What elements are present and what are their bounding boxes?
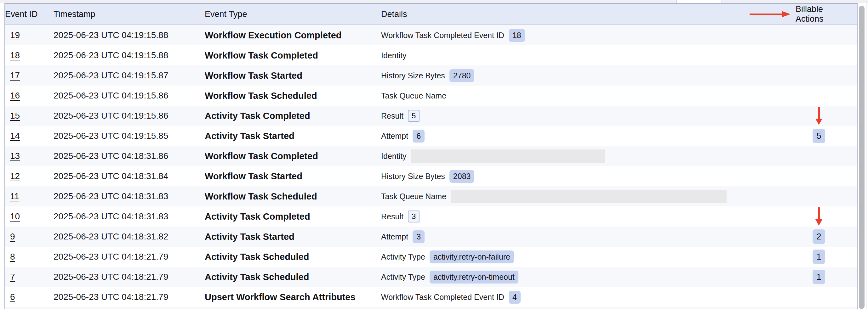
timestamp-cell: 2025-06-23 UTC 04:18:31.83: [54, 211, 205, 221]
detail-value-badge: 2780: [450, 69, 475, 82]
column-header-event-type: Event Type: [205, 9, 381, 19]
detail-value-badge: 5: [408, 110, 420, 122]
table-row: 19 2025-06-23 UTC 04:19:15.88 Workflow E…: [5, 25, 857, 45]
table-row: 6 2025-06-23 UTC 04:18:21.79 Upsert Work…: [5, 287, 857, 307]
billable-count-badge: 1: [812, 249, 825, 264]
table-row: 11 2025-06-23 UTC 04:18:31.83 Workflow T…: [5, 186, 857, 206]
timestamp-cell: 2025-06-23 UTC 04:18:21.79: [54, 292, 205, 302]
event-id-link[interactable]: 16: [10, 91, 20, 101]
event-type-cell: Activity Task Started: [205, 232, 381, 242]
red-down-arrow-icon: [815, 207, 822, 226]
event-type-cell: Workflow Task Scheduled: [205, 191, 381, 202]
details-cell: Attempt 6: [381, 130, 750, 142]
details-cell: Workflow Task Completed Event ID 18: [381, 29, 750, 42]
event-type-cell: Upsert Workflow Search Attributes: [205, 292, 381, 302]
event-type-cell: Activity Task Scheduled: [205, 252, 381, 262]
top-edge-segment: [677, 0, 722, 3]
details-cell: Task Queue Name: [381, 91, 750, 100]
detail-label: Activity Type: [381, 273, 425, 282]
detail-value-badge: 4: [509, 291, 521, 304]
event-id-link[interactable]: 17: [10, 70, 20, 80]
column-header-event-id: Event ID: [5, 9, 54, 19]
event-id-link[interactable]: 18: [10, 50, 20, 60]
billable-actions-label: Billable Actions: [796, 4, 851, 24]
event-type-cell: Workflow Task Started: [205, 70, 381, 81]
billable-actions-cell: [750, 107, 857, 125]
event-id-link[interactable]: 7: [10, 272, 15, 282]
top-edge-segment: [0, 0, 677, 3]
event-id-link[interactable]: 8: [10, 252, 15, 262]
timestamp-cell: 2025-06-23 UTC 04:18:31.82: [54, 232, 205, 242]
detail-label: Identity: [381, 152, 407, 161]
detail-label: Workflow Task Completed Event ID: [381, 31, 504, 40]
table-row: 10 2025-06-23 UTC 04:18:31.83 Activity T…: [5, 206, 857, 227]
detail-label: Result: [381, 111, 403, 121]
detail-value-badge: 3: [412, 230, 425, 243]
billable-count-badge: 5: [812, 129, 825, 143]
event-id-link[interactable]: 11: [10, 191, 19, 201]
event-id-link[interactable]: 14: [10, 131, 20, 141]
billable-actions-cell: 2: [750, 229, 857, 244]
table-row: 18 2025-06-23 UTC 04:19:15.88 Workflow T…: [5, 45, 857, 65]
column-header-details: Details: [381, 9, 750, 19]
billable-actions-cell: 1: [750, 270, 857, 284]
event-id-link[interactable]: 15: [10, 111, 20, 121]
event-id-link[interactable]: 10: [10, 211, 20, 221]
event-type-cell: Workflow Task Completed: [205, 50, 381, 61]
table-body: 19 2025-06-23 UTC 04:19:15.88 Workflow E…: [5, 25, 857, 309]
vertical-scrollbar[interactable]: [859, 6, 865, 309]
detail-label: Workflow Task Completed Event ID: [381, 293, 504, 302]
column-header-billable-actions: Billable Actions: [750, 4, 857, 24]
detail-label: Task Queue Name: [381, 91, 446, 100]
timestamp-cell: 2025-06-23 UTC 04:18:31.83: [54, 191, 205, 201]
partial-next-row: [5, 307, 857, 309]
table-row: 16 2025-06-23 UTC 04:19:15.86 Workflow T…: [5, 85, 857, 106]
timestamp-cell: 2025-06-23 UTC 04:19:15.88: [54, 30, 205, 40]
event-id-link[interactable]: 6: [10, 292, 15, 302]
table-header: Event ID Timestamp Event Type Details Bi…: [5, 4, 857, 25]
scrollbar-track-border: [866, 3, 866, 309]
timestamp-cell: 2025-06-23 UTC 04:19:15.86: [54, 91, 205, 101]
detail-label: History Size Bytes: [381, 71, 445, 80]
event-id-link[interactable]: 13: [10, 151, 20, 161]
detail-label: Task Queue Name: [381, 192, 446, 201]
details-cell: Activity Type activity.retry-on-failure: [381, 250, 750, 263]
timestamp-cell: 2025-06-23 UTC 04:19:15.85: [54, 131, 205, 141]
details-cell: Attempt 3: [381, 230, 750, 243]
redacted-value-box: [411, 149, 605, 163]
event-history-page: Event ID Timestamp Event Type Details Bi…: [0, 0, 868, 309]
table-row: 17 2025-06-23 UTC 04:19:15.87 Workflow T…: [5, 65, 857, 85]
event-id-link[interactable]: 12: [10, 171, 20, 181]
event-type-cell: Activity Task Scheduled: [205, 272, 381, 282]
detail-value-badge: 6: [412, 130, 425, 142]
timestamp-cell: 2025-06-23 UTC 04:18:21.79: [54, 252, 205, 262]
timestamp-cell: 2025-06-23 UTC 04:19:15.88: [54, 50, 205, 60]
billable-actions-cell: 1: [750, 249, 857, 264]
column-header-timestamp: Timestamp: [54, 9, 205, 19]
details-cell: Workflow Task Completed Event ID 4: [381, 291, 750, 304]
detail-label: Attempt: [381, 232, 408, 241]
detail-label: Attempt: [381, 132, 408, 141]
timestamp-cell: 2025-06-23 UTC 04:18:21.79: [54, 272, 205, 282]
details-cell: Activity Type activity.retry-on-timeout: [381, 271, 750, 283]
event-id-link[interactable]: 19: [10, 30, 20, 40]
billable-actions-cell: 5: [750, 129, 857, 143]
event-id-link[interactable]: 9: [10, 232, 15, 242]
billable-actions-cell: [750, 207, 857, 226]
event-type-cell: Activity Task Completed: [205, 211, 381, 222]
detail-value-badge: 2083: [450, 170, 475, 183]
table-row: 14 2025-06-23 UTC 04:19:15.85 Activity T…: [5, 126, 857, 146]
detail-value-badge: 3: [408, 210, 420, 222]
red-right-arrow-icon: [750, 11, 790, 17]
top-edge-segment: [722, 0, 868, 3]
event-history-table: Event ID Timestamp Event Type Details Bi…: [4, 3, 858, 309]
detail-label: Result: [381, 212, 403, 221]
detail-label: History Size Bytes: [381, 172, 445, 181]
table-row: 7 2025-06-23 UTC 04:18:21.79 Activity Ta…: [5, 267, 857, 287]
event-type-cell: Activity Task Completed: [205, 111, 381, 121]
timestamp-cell: 2025-06-23 UTC 04:18:31.84: [54, 171, 205, 181]
table-row: 8 2025-06-23 UTC 04:18:21.79 Activity Ta…: [5, 247, 857, 267]
detail-value-badge: activity.retry-on-failure: [430, 250, 514, 263]
timestamp-cell: 2025-06-23 UTC 04:18:31.86: [54, 151, 205, 161]
table-row: 13 2025-06-23 UTC 04:18:31.86 Workflow T…: [5, 146, 857, 166]
